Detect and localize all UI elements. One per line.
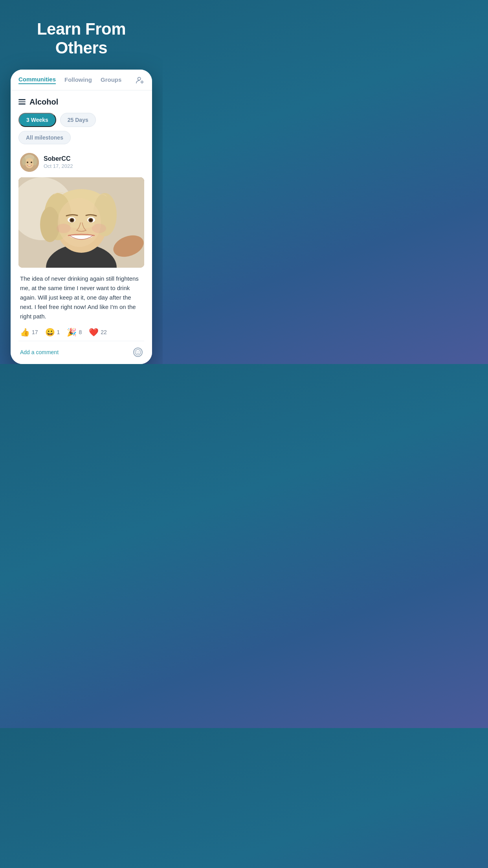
party-count: 8 <box>79 329 82 335</box>
section-header: Alcohol <box>18 97 144 107</box>
smile-count: 1 <box>57 329 60 335</box>
add-person-button[interactable] <box>136 76 144 85</box>
smile-emoji: 😀 <box>45 327 55 337</box>
post-date: Oct 17, 2022 <box>44 163 73 169</box>
post-header: SoberCC Oct 17, 2022 <box>18 153 144 172</box>
post-image <box>18 177 144 268</box>
svg-point-5 <box>25 158 34 168</box>
tab-communities[interactable]: Communities <box>18 76 56 84</box>
svg-point-25 <box>90 219 92 221</box>
content-area: Alcohol 3 Weeks 25 Days All milestones <box>11 90 152 364</box>
section-title: Alcohol <box>29 97 58 107</box>
svg-point-24 <box>71 219 73 221</box>
post-meta: SoberCC Oct 17, 2022 <box>44 155 73 169</box>
post-card: SoberCC Oct 17, 2022 <box>18 153 144 364</box>
post-username[interactable]: SoberCC <box>44 155 73 162</box>
avatar[interactable] <box>20 153 39 172</box>
thumbsup-emoji: 👍 <box>20 327 30 337</box>
svg-point-17 <box>40 207 60 242</box>
svg-point-29 <box>135 349 141 355</box>
filter-25-days[interactable]: 25 Days <box>60 113 96 127</box>
post-text: The idea of never drinking again still f… <box>18 274 144 321</box>
reaction-smile[interactable]: 😀 1 <box>45 327 60 337</box>
reaction-party[interactable]: 🎉 8 <box>67 327 82 337</box>
svg-point-31 <box>139 351 139 352</box>
svg-point-9 <box>31 162 32 163</box>
page-title: Learn From Others <box>12 20 151 58</box>
tab-groups[interactable]: Groups <box>101 76 121 84</box>
svg-point-6 <box>22 158 26 166</box>
svg-point-8 <box>27 162 28 163</box>
svg-point-7 <box>33 158 37 166</box>
hamburger-menu-icon[interactable] <box>18 99 26 105</box>
svg-point-26 <box>57 224 71 233</box>
reactions-row: 👍 17 😀 1 🎉 8 ❤️ 22 <box>18 327 144 337</box>
party-emoji: 🎉 <box>67 327 77 337</box>
heart-emoji: ❤️ <box>89 327 99 337</box>
svg-point-27 <box>92 224 106 233</box>
tab-bar: Communities Following Groups <box>11 70 152 90</box>
svg-point-30 <box>137 351 138 352</box>
thumbsup-count: 17 <box>32 329 38 335</box>
tab-following[interactable]: Following <box>64 76 92 84</box>
filter-pills: 3 Weeks 25 Days All milestones <box>18 113 144 144</box>
reaction-heart[interactable]: ❤️ 22 <box>89 327 107 337</box>
add-comment-row[interactable]: Add a comment <box>18 345 144 359</box>
heart-count: 22 <box>101 329 107 335</box>
header-section: Learn From Others <box>0 0 163 70</box>
divider <box>18 341 144 341</box>
post-image-content <box>18 177 144 268</box>
filter-3-weeks[interactable]: 3 Weeks <box>18 113 56 127</box>
add-comment-label[interactable]: Add a comment <box>20 349 59 355</box>
avatar-image <box>20 153 39 172</box>
svg-point-0 <box>138 77 141 80</box>
phone-mockup: Communities Following Groups Alcohol 3 W… <box>11 70 152 364</box>
filter-all-milestones[interactable]: All milestones <box>18 131 71 144</box>
reaction-thumbsup[interactable]: 👍 17 <box>20 327 38 337</box>
comment-smiley-icon[interactable] <box>133 348 143 357</box>
